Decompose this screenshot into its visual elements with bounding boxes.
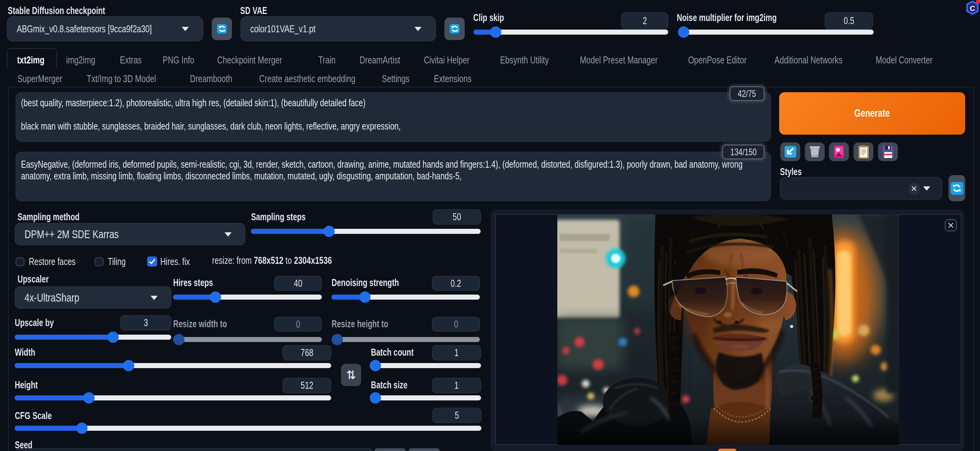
- svg-text:C: C: [970, 4, 975, 12]
